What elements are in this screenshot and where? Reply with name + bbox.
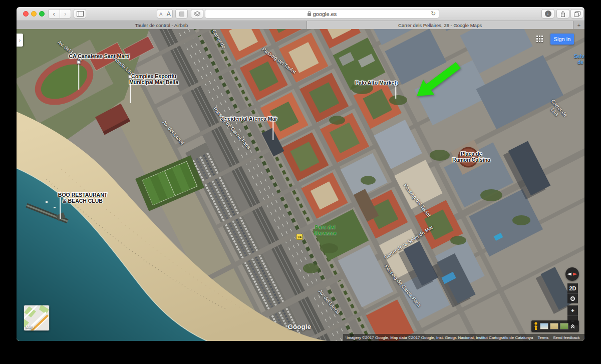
imagery-credit: Imagery ©2017 Google, Map data ©2017 Goo… xyxy=(347,335,533,340)
marker-occidental[interactable] xyxy=(269,116,276,122)
sign-in-button[interactable]: Sign in xyxy=(550,34,574,45)
marker-complex-esportiu[interactable] xyxy=(129,75,132,79)
history-nav-group: ‹ › xyxy=(48,9,71,19)
back-button[interactable]: ‹ xyxy=(49,10,60,18)
street-av-litoral-nw: Av. del Litoral xyxy=(57,40,84,63)
downloads-icon: ↓ xyxy=(545,11,551,17)
poi-occidental-atenea-mar[interactable]: Occidental Atenea Mar xyxy=(221,116,277,122)
tab-google-maps[interactable]: Carrer dels Pellaires, 29 - Google Maps xyxy=(307,21,573,29)
minimize-window-button[interactable] xyxy=(31,11,37,17)
send-feedback-link[interactable]: Send feedback xyxy=(553,335,579,340)
street-taulat-nw: Passeig del Taulat xyxy=(261,46,297,75)
safari-window: ‹ › A A google.es ↻ xyxy=(17,7,584,341)
pegman-icon[interactable] xyxy=(533,322,538,330)
marker-occidental-stick xyxy=(272,120,273,140)
park-parc-del-maresme: Parc del Maresme xyxy=(314,224,337,237)
compass-needle-icon xyxy=(565,267,579,281)
place-ramon-calsina[interactable]: Plaça de Ramon Calsina xyxy=(452,151,490,163)
minimap-label: Map xyxy=(26,324,34,329)
my-location-button[interactable] xyxy=(567,293,578,303)
font-size-group: A A xyxy=(157,9,173,19)
map-controls-column: 2D + − xyxy=(567,283,578,325)
marker-palo-alto-stick xyxy=(395,85,396,99)
zoom-in-button[interactable]: + xyxy=(567,305,578,315)
imagery-thumbnail-sky[interactable] xyxy=(540,323,548,329)
google-apps-grid-icon[interactable] xyxy=(536,36,544,43)
street-av-litoral-s: Av. del Litoral xyxy=(317,288,341,315)
marker-boo[interactable] xyxy=(58,192,63,197)
street-carrer-nord: Carrer de xyxy=(211,29,227,50)
tab-airbnb[interactable]: Tauler de control - Airbnb xyxy=(17,21,307,29)
extension-icon xyxy=(179,12,184,17)
imagery-thumbnail-park[interactable] xyxy=(560,323,568,329)
tab-stack-button[interactable] xyxy=(191,9,203,19)
refresh-icon[interactable]: ↻ xyxy=(431,10,436,17)
map-viewport[interactable]: 24Av. del LitoralCA Canaletes Sant Martí… xyxy=(17,29,584,341)
street-ronda-litoral: Ronda Litoral xyxy=(112,56,138,80)
zoom-window-button[interactable] xyxy=(39,11,45,17)
downloads-button[interactable]: ↓ xyxy=(541,9,554,19)
street-garcia-faria-s: Passeig de Garcia Fària xyxy=(383,263,422,308)
google-watermark: Google xyxy=(288,323,312,330)
share-button[interactable] xyxy=(556,9,569,19)
show-tabs-button[interactable] xyxy=(570,9,583,19)
marker-boo-stick xyxy=(60,196,61,219)
marker-exit-24[interactable]: 24 xyxy=(296,234,303,240)
extension-button[interactable] xyxy=(175,9,188,19)
marker-complex-esportiu-stick xyxy=(130,78,131,103)
sidebar-icon xyxy=(77,11,84,17)
tab-bar: Tauler de control - Airbnb Carrer dels P… xyxy=(17,21,584,29)
street-carrer-de-llull: Carrer de Llull xyxy=(543,96,570,125)
forward-button[interactable]: › xyxy=(60,10,71,18)
increase-font-button[interactable]: A xyxy=(165,10,173,18)
close-window-button[interactable] xyxy=(23,11,29,17)
tab-google-maps-label: Carrer dels Pellaires, 29 - Google Maps xyxy=(398,23,482,28)
marker-ca-canaletes[interactable] xyxy=(77,61,81,64)
tab-airbnb-label: Tauler de control - Airbnb xyxy=(135,23,188,28)
poi-boo-restaurant[interactable]: BOO RESTAURANT & BEACH CLUB xyxy=(58,192,107,204)
street-garcia-faria-mid: Passeig de Garcia Fària xyxy=(212,106,251,151)
search-panel-handle[interactable]: › xyxy=(17,34,23,47)
map-labels-layer: 24Av. del LitoralCA Canaletes Sant Martí… xyxy=(17,29,584,341)
tabs-icon xyxy=(574,11,580,17)
street-selva-de-mar: Carrer de la Selva de Mar xyxy=(383,224,434,260)
imagery-thumbnails-bar xyxy=(531,320,579,332)
url-text: google.es xyxy=(313,11,337,17)
location-icon xyxy=(570,296,575,301)
place-ca-canaletes[interactable]: CA Canaletes Sant Martí xyxy=(69,53,130,59)
expand-chevrons-icon[interactable] xyxy=(570,323,575,329)
terms-link[interactable]: Terms xyxy=(537,335,548,340)
marker-palo-alto[interactable] xyxy=(393,81,399,86)
attribution-bar: Imagery ©2017 Google, Map data ©2017 Goo… xyxy=(343,334,584,341)
lock-icon xyxy=(308,13,311,16)
poi-palo-alto-market[interactable]: Palo Alto Market xyxy=(355,80,396,86)
address-bar[interactable]: google.es ↻ xyxy=(205,9,439,19)
place-complex-esportiu[interactable]: Complex Esportiu Municipal Mar Bella xyxy=(129,73,178,86)
compass-control[interactable] xyxy=(565,267,579,281)
layers-icon xyxy=(194,11,201,17)
street-taulat-se: Passeig del Taulat xyxy=(402,182,432,218)
sidebar-button[interactable] xyxy=(74,9,86,19)
minimap-toggle[interactable]: Map xyxy=(24,305,49,330)
marker-ca-canaletes-stick xyxy=(78,64,79,90)
imagery-thumbnail-beach[interactable] xyxy=(550,323,558,329)
new-tab-button[interactable]: + xyxy=(573,21,584,29)
station-selva-de-mar[interactable]: Selva de xyxy=(574,54,584,66)
mode-2d-button[interactable]: 2D xyxy=(567,283,578,293)
decrease-font-button[interactable]: A xyxy=(157,10,165,18)
street-av-litoral-mid: Av. del Litoral xyxy=(161,120,185,146)
share-icon xyxy=(560,11,566,18)
browser-toolbar: ‹ › A A google.es ↻ xyxy=(17,7,584,21)
